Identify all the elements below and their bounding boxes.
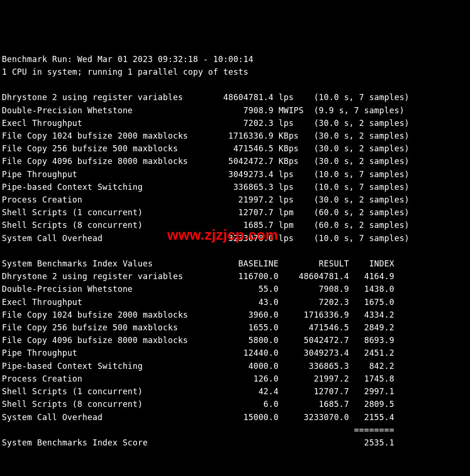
terminal-output: Benchmark Run: Wed Mar 01 2023 09:32:18 …: [2, 53, 470, 476]
